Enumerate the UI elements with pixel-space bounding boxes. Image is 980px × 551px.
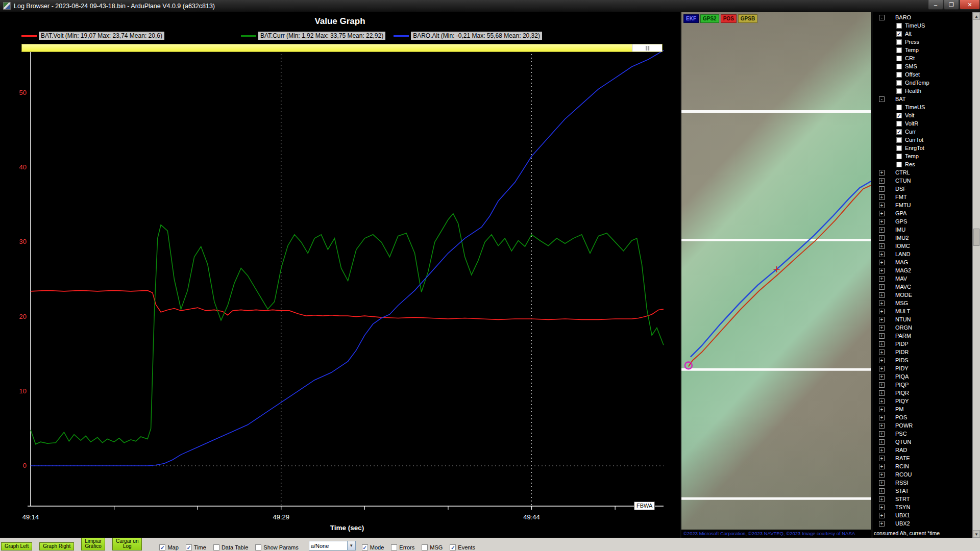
checkbox-checked-icon[interactable]: ✓ — [450, 544, 456, 550]
toolbar-check-data-table[interactable]: Data Table — [213, 544, 248, 550]
tree-group-IMU2[interactable]: +IMU2 — [873, 234, 972, 242]
expand-icon[interactable]: + — [879, 496, 885, 502]
tree-group-MULT[interactable]: +MULT — [873, 307, 972, 315]
expand-icon[interactable]: + — [879, 390, 885, 396]
tree-group-PIDS[interactable]: +PIDS — [873, 356, 972, 364]
tree-group-UBX1[interactable]: +UBX1 — [873, 511, 972, 519]
checkbox-icon[interactable] — [896, 154, 902, 159]
tree-group-PIQY[interactable]: +PIQY — [873, 397, 972, 405]
tree-group-RAD[interactable]: +RAD — [873, 446, 972, 454]
tree-group-MAG2[interactable]: +MAG2 — [873, 266, 972, 274]
tree-group-TSYN[interactable]: +TSYN — [873, 503, 972, 511]
tree-group-PIQP[interactable]: +PIQP — [873, 381, 972, 389]
checkbox-icon[interactable] — [896, 105, 902, 110]
tree-group-PIDY[interactable]: +PIDY — [873, 364, 972, 372]
tree-group-RATE[interactable]: +RATE — [873, 454, 972, 462]
maximize-button[interactable]: ❐ — [944, 0, 959, 10]
tree-group-BAT[interactable]: -BAT — [873, 95, 972, 103]
expand-icon[interactable]: + — [879, 284, 885, 290]
checkbox-icon[interactable] — [896, 47, 902, 53]
toolbar-check-errors[interactable]: Errors — [391, 544, 414, 550]
tree-group-MODE[interactable]: +MODE — [873, 291, 972, 299]
expand-icon[interactable]: + — [879, 325, 885, 331]
expand-icon[interactable]: + — [879, 211, 885, 216]
checkbox-icon[interactable] — [896, 56, 902, 61]
expand-icon[interactable]: + — [879, 243, 885, 249]
checkbox-icon[interactable] — [896, 80, 902, 86]
checkbox-checked-icon[interactable]: ✓ — [896, 129, 902, 135]
checkbox-icon[interactable] — [896, 64, 902, 69]
tree-item-BARO-Health[interactable]: Health — [873, 87, 972, 95]
tree-group-PM[interactable]: +PM — [873, 405, 972, 413]
tree-group-MAG[interactable]: +MAG — [873, 258, 972, 266]
scroll-down-icon[interactable]: ▼ — [973, 530, 980, 538]
checkbox-icon[interactable] — [422, 544, 428, 550]
checkbox-icon[interactable] — [896, 162, 902, 167]
toolbar-button-graph-left[interactable]: Graph Left — [1, 542, 32, 550]
chevron-down-icon[interactable]: ▼ — [347, 541, 355, 550]
checkbox-icon[interactable] — [896, 145, 902, 151]
toolbar-check-time[interactable]: ✓Time — [186, 544, 206, 550]
tree-group-CTRL[interactable]: +CTRL — [873, 168, 972, 177]
tree-group-UBX2[interactable]: +UBX2 — [873, 519, 972, 528]
toolbar-button-limpiar[interactable]: Limpiar Gráfico — [81, 537, 105, 550]
expand-icon[interactable]: + — [879, 333, 885, 339]
map-button-gps2[interactable]: GPS2 — [700, 14, 719, 23]
expand-icon[interactable]: + — [879, 431, 885, 437]
expand-icon[interactable]: + — [879, 317, 885, 322]
expand-icon[interactable]: + — [879, 374, 885, 380]
tree-item-BARO-Temp[interactable]: Temp — [873, 46, 972, 54]
expand-icon[interactable]: + — [879, 398, 885, 404]
expand-icon[interactable]: + — [879, 349, 885, 355]
tree-scrollbar[interactable]: ▲ ▼ — [972, 12, 980, 538]
expand-icon[interactable]: + — [879, 235, 885, 241]
tree-item-BAT-TimeUS[interactable]: TimeUS — [873, 103, 972, 111]
tree-group-PSC[interactable]: +PSC — [873, 430, 972, 438]
checkbox-checked-icon[interactable]: ✓ — [362, 544, 368, 550]
checkbox-icon[interactable] — [896, 39, 902, 45]
tree-group-CTUN[interactable]: +CTUN — [873, 177, 972, 185]
expand-icon[interactable]: + — [879, 382, 885, 388]
tree-item-BAT-Res[interactable]: Res — [873, 160, 972, 168]
expand-icon[interactable]: + — [879, 439, 885, 445]
map-button-pos[interactable]: POS — [721, 14, 737, 23]
tree-item-BARO-Offset[interactable]: Offset — [873, 70, 972, 79]
expand-icon[interactable]: + — [879, 276, 885, 282]
tree-item-BARO-Press[interactable]: Press — [873, 38, 972, 46]
expand-icon[interactable]: + — [879, 194, 885, 200]
expand-icon[interactable]: + — [879, 170, 885, 176]
checkbox-icon[interactable] — [896, 121, 902, 127]
tree-item-BAT-Volt[interactable]: ✓Volt — [873, 111, 972, 119]
tree-group-FMT[interactable]: +FMT — [873, 193, 972, 201]
toolbar-check-show-params[interactable]: Show Params — [255, 544, 298, 550]
scroll-up-icon[interactable]: ▲ — [973, 12, 980, 20]
tree-group-DSF[interactable]: +DSF — [873, 185, 972, 193]
minimize-button[interactable]: – — [928, 0, 943, 10]
tree-group-MAV[interactable]: +MAV — [873, 274, 972, 283]
map-button-gpsb[interactable]: GPSB — [738, 14, 757, 23]
expand-icon[interactable]: + — [879, 415, 885, 420]
tree-item-BAT-CurrTot[interactable]: CurrTot — [873, 136, 972, 144]
tree-item-BARO-CRt[interactable]: CRt — [873, 54, 972, 62]
toolbar-check-events[interactable]: ✓Events — [450, 544, 475, 550]
tree-group-POWR[interactable]: +POWR — [873, 421, 972, 430]
tree-group-PARM[interactable]: +PARM — [873, 332, 972, 340]
expand-icon[interactable]: + — [879, 341, 885, 347]
expand-icon[interactable]: + — [879, 456, 885, 461]
checkbox-icon[interactable] — [896, 23, 902, 29]
tree-group-FMTU[interactable]: +FMTU — [873, 201, 972, 209]
expand-icon[interactable]: + — [879, 309, 885, 314]
tree-item-BARO-Alt[interactable]: ✓Alt — [873, 30, 972, 38]
expand-icon[interactable]: + — [879, 464, 885, 469]
expand-icon[interactable]: + — [879, 203, 885, 208]
tree-group-GPA[interactable]: +GPA — [873, 209, 972, 217]
expand-icon[interactable]: + — [879, 513, 885, 518]
expand-icon[interactable]: + — [879, 358, 885, 363]
tree-group-STAT[interactable]: +STAT — [873, 487, 972, 495]
tree-group-PIDR[interactable]: +PIDR — [873, 348, 972, 356]
expand-icon[interactable]: + — [879, 423, 885, 429]
tree-item-BAT-EnrgTot[interactable]: EnrgTot — [873, 144, 972, 152]
map-canvas[interactable]: EKFGPS2POSGPSB — [681, 12, 871, 530]
tree-group-RSSI[interactable]: +RSSI — [873, 479, 972, 487]
expand-icon[interactable]: + — [879, 260, 885, 265]
